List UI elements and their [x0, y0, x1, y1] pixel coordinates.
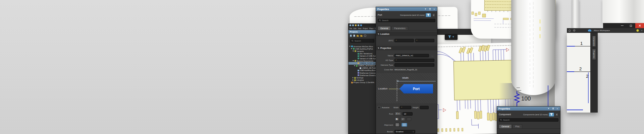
close-icon[interactable]	[556, 107, 559, 110]
funnel-icon[interactable]	[448, 36, 451, 39]
tree-item-pcbdoc-child[interactable]: USB3A_MI.PcbDoc.pdna	[348, 67, 376, 69]
expand-arrow-icon[interactable]	[354, 65, 355, 66]
underline-button[interactable]	[407, 117, 411, 121]
mini-filter-toolbar[interactable]: +	[445, 34, 458, 40]
height-input[interactable]	[420, 106, 429, 109]
panel-search-field[interactable]: Search	[499, 118, 558, 122]
hero-collage: +	[0, 0, 644, 134]
panel-titlebar[interactable]: Properties ▼	[376, 7, 437, 11]
chevron-down-icon[interactable]: ▼	[641, 29, 643, 31]
more-button[interactable]: …	[430, 55, 434, 57]
minimize-button[interactable]	[618, 23, 627, 28]
collapse-arrow-icon[interactable]	[353, 79, 354, 81]
folder-open-icon[interactable]	[360, 35, 363, 37]
tree-item-no-variations[interactable]: [No Variations]	[348, 53, 376, 55]
close-button[interactable]	[635, 23, 644, 28]
expand-arrow-icon[interactable]	[349, 46, 351, 47]
x-input[interactable]: *	[394, 39, 414, 42]
redo-icon[interactable]	[360, 24, 362, 26]
tab-general[interactable]: General	[378, 26, 391, 30]
tree-item-workspace[interactable]: American McGee Alice	[348, 45, 376, 48]
save-all-icon[interactable]	[352, 24, 354, 26]
plus-icon[interactable]: +	[452, 36, 454, 39]
border-dropdown[interactable]: Smallest▼	[394, 130, 415, 133]
align-left-button[interactable]	[394, 123, 400, 127]
menu-file[interactable]: File	[350, 27, 352, 29]
scope-dropdown[interactable]: Components (and 12 more)	[400, 14, 425, 16]
tab-components[interactable]: Components	[592, 36, 596, 47]
font-family-button[interactable]: T ▼	[394, 112, 401, 116]
panel-search-field[interactable]: Search	[378, 19, 435, 22]
tree-item-label: Project Group 1.DsnWrk	[354, 81, 375, 83]
tree-item-pcbdoc[interactable]: USB3A_MI.PcbDoc	[348, 65, 376, 67]
new-document-icon[interactable]	[350, 35, 352, 37]
undo-icon[interactable]	[358, 24, 359, 26]
chevron-down-icon[interactable]: ▼	[424, 8, 427, 11]
menu-place[interactable]: Place	[369, 27, 374, 29]
tree-item-libraries[interactable]: Libraries	[348, 79, 376, 81]
tree-item-project[interactable]: USB AuthKey.PrjPcb	[348, 48, 376, 50]
section-location[interactable]: Location	[376, 32, 437, 36]
settings-gear-icon[interactable]	[364, 35, 366, 37]
tree-item-variant-2[interactable]: Variant of USB AuthKey_1	[348, 57, 376, 60]
pin-icon[interactable]	[551, 107, 554, 110]
tree-item-settings[interactable]: Settings	[348, 76, 376, 79]
menu-project[interactable]: Project	[363, 27, 368, 29]
tree-item-draftsman-colored[interactable]: Draftsman Colored.PCBDwf	[348, 72, 376, 74]
y-input[interactable]: *	[415, 39, 435, 42]
tree-item-variant-1[interactable]: Variant of USB AuthKey	[348, 55, 376, 57]
user-avatar[interactable]	[636, 29, 639, 32]
gear-icon[interactable]	[573, 29, 576, 32]
width-input[interactable]: *	[400, 106, 411, 109]
tree-item-bomdoc[interactable]: USB AuthKey.BomDoc	[348, 69, 376, 72]
projects-toolbar	[348, 34, 376, 38]
close-icon[interactable]	[433, 8, 436, 11]
menu-edit[interactable]: Edit	[354, 27, 357, 29]
io-type-input[interactable]: *	[394, 59, 434, 62]
filter-button[interactable]	[426, 13, 431, 17]
tree-item-schdoc-selected[interactable]: USB2A_GOST.SchDoc	[348, 62, 376, 64]
tree-item-variants[interactable]: Variants	[348, 50, 376, 52]
align-center-button[interactable]	[401, 123, 407, 127]
maximize-button[interactable]	[627, 23, 635, 28]
paper-sheet-top-right	[602, 0, 644, 23]
home-icon[interactable]	[568, 29, 571, 32]
italic-button[interactable]: I	[400, 117, 405, 121]
expand-arrow-icon[interactable]	[353, 60, 354, 61]
name-input[interactable]: PMIC_DRMOS_VC	[394, 54, 429, 57]
projects-panel-header[interactable]: Projects	[348, 30, 376, 34]
autosize-checkbox[interactable]	[378, 106, 380, 109]
tree-item-label: Libraries	[357, 79, 364, 81]
filter-dropdown-button[interactable]: ▼	[432, 13, 435, 17]
maximize-icon	[630, 25, 632, 27]
collapse-arrow-icon[interactable]	[353, 77, 354, 78]
tab-pins[interactable]: Pins	[513, 124, 522, 128]
tree-item-draftsman-style[interactable]: Draftsman Drawing Style.PC	[348, 74, 376, 76]
tree-item-project-group[interactable]: Project Group 1.DsnWrk	[348, 81, 376, 84]
section-properties[interactable]: Properties	[376, 46, 437, 50]
tab-properties[interactable]: Properties	[592, 49, 596, 60]
cloud-icon[interactable]	[588, 29, 592, 32]
tree-item-source-documents[interactable]: Source Documents	[348, 60, 376, 62]
filter-dropdown-button[interactable]: ▼	[555, 113, 558, 117]
projects-search-field[interactable]: Search	[350, 39, 374, 43]
tab-parameters[interactable]: Parameters	[391, 26, 408, 30]
harness-type-input[interactable]	[394, 63, 434, 67]
panel-titlebar[interactable]: Properties ▼	[497, 107, 560, 111]
open-icon[interactable]	[355, 24, 357, 26]
folder-icon[interactable]	[357, 35, 359, 37]
tab-general[interactable]: General	[499, 124, 512, 128]
pin-icon[interactable]	[428, 8, 431, 11]
bold-button[interactable]: B	[394, 117, 399, 121]
scope-dropdown[interactable]: Components (and 12 more)	[523, 114, 548, 116]
menu-view[interactable]: View	[358, 27, 362, 29]
open-document-icon[interactable]	[353, 35, 355, 37]
filter-button[interactable]	[549, 113, 554, 117]
bom-doc-icon	[358, 70, 359, 71]
workspace-label[interactable]: Altium Workspace	[594, 29, 610, 31]
font-size-input[interactable]: 10	[402, 112, 413, 116]
chevron-down-icon[interactable]: ▼	[547, 107, 550, 110]
expand-arrow-icon[interactable]	[353, 51, 354, 52]
save-icon[interactable]	[350, 24, 351, 26]
expand-arrow-icon[interactable]	[351, 48, 352, 49]
